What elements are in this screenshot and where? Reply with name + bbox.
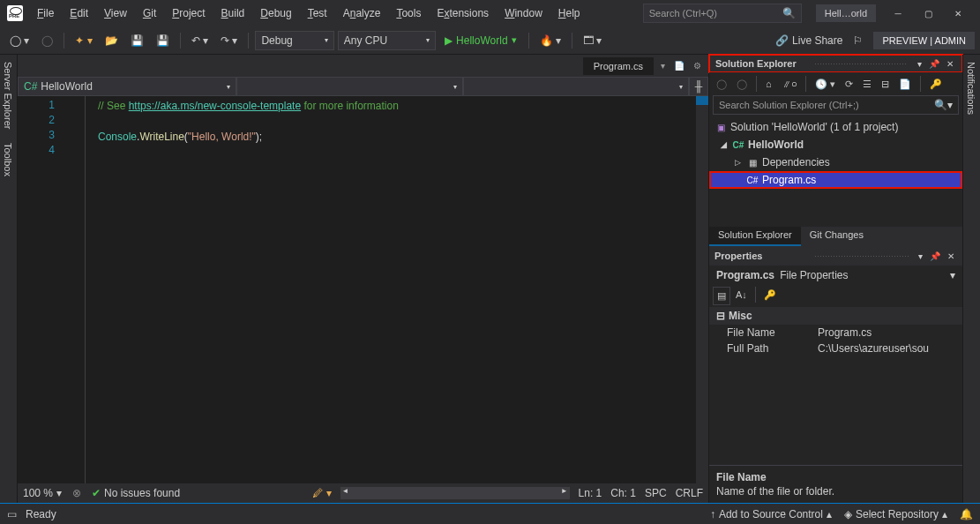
menu-tools[interactable]: Tools (389, 4, 428, 23)
maximize-button[interactable]: ▢ (913, 2, 943, 25)
property-row-fullpath[interactable]: Full PathC:\Users\azureuser\sou (709, 341, 962, 356)
menu-file[interactable]: File (30, 4, 61, 23)
property-pages-icon[interactable]: 🔑 (760, 287, 780, 305)
menu-git[interactable]: Git (136, 4, 163, 23)
se-home-icon[interactable]: ⌂ (762, 76, 775, 92)
save-all-button[interactable]: 💾 (152, 32, 174, 49)
categorize-icon[interactable]: ▤ (713, 287, 730, 305)
main-toolbar: ◯ ▾ ◯ ✦ ▾ 📂 💾 💾 ↶ ▾ ↷ ▾ Debug▾ Any CPU▾ … (0, 26, 980, 55)
config-dropdown[interactable]: Debug▾ (255, 31, 333, 50)
se-show-all-icon[interactable]: 📄 (895, 76, 915, 93)
se-collapse-icon[interactable]: ⊟ (878, 76, 893, 93)
vertical-scrollbar[interactable] (696, 96, 708, 483)
run-button[interactable]: ▶HelloWorld ▾ (439, 31, 521, 50)
menu-help[interactable]: Help (551, 4, 587, 23)
tab-preview-icon[interactable]: 📄 (670, 59, 688, 72)
menu-project[interactable]: Project (165, 4, 212, 23)
output-icon[interactable]: ▭ (7, 508, 17, 520)
hot-reload-button[interactable]: 🔥 ▾ (535, 32, 565, 49)
panel-dropdown-icon[interactable]: ▾ (915, 57, 924, 71)
file-tab-program[interactable]: Program.cs (583, 57, 654, 75)
line-ending[interactable]: CRLF (676, 487, 703, 499)
tab-dropdown-icon[interactable]: ▾ (657, 59, 669, 72)
platform-dropdown[interactable]: Any CPU▾ (338, 31, 436, 50)
menu-build[interactable]: Build (214, 4, 252, 23)
tab-git-changes[interactable]: Git Changes (801, 227, 872, 246)
toolbox-tab[interactable]: Toolbox (0, 136, 16, 183)
pin-icon[interactable]: 📌 (926, 57, 942, 71)
line-col[interactable]: Ln: 1 (579, 487, 602, 499)
select-repository-button[interactable]: ◈Select Repository ▴ (844, 508, 947, 520)
tab-solution-explorer[interactable]: Solution Explorer (709, 227, 801, 246)
menu-window[interactable]: Window (497, 4, 550, 23)
solution-explorer-header: Solution Explorer ▾ 📌 ✕ (708, 54, 963, 73)
pin-icon[interactable]: 📌 (927, 250, 943, 263)
se-properties-icon[interactable]: 🔑 (926, 76, 946, 93)
split-editor-button[interactable]: ╫ (689, 77, 708, 96)
expander-icon[interactable]: ◢ (718, 140, 729, 149)
se-filter-icon[interactable]: ☰ (859, 76, 875, 93)
add-source-control-button[interactable]: ↑Add to Source Control ▴ (710, 508, 832, 520)
statusbar: ▭ Ready ↑Add to Source Control ▴ ◈Select… (0, 503, 980, 524)
indent-mode[interactable]: SPC (645, 487, 667, 499)
redo-button[interactable]: ↷ ▾ (216, 32, 242, 49)
menu-test[interactable]: Test (301, 4, 334, 23)
notifications-tab[interactable]: Notifications (963, 55, 979, 122)
editor-column: Program.cs ▾ 📄 ⚙ C#HelloWorld▾ ▾ ▾ ╫ 123… (18, 55, 708, 503)
issues-indicator[interactable]: ✔No issues found (92, 487, 180, 499)
horizontal-scrollbar[interactable] (340, 487, 570, 499)
panel-dropdown-icon[interactable]: ▾ (916, 250, 925, 263)
tools-icon[interactable]: 🖉 ▾ (312, 487, 331, 499)
code-text[interactable]: // See https://aka.ms/new-console-templa… (67, 96, 696, 483)
se-fwd-button[interactable]: ◯ (733, 76, 751, 93)
minimize-button[interactable]: ─ (883, 2, 913, 25)
se-back-button[interactable]: ◯ (713, 76, 730, 93)
error-lens-icon[interactable]: ⊗ (72, 487, 81, 499)
property-row-filename[interactable]: File NameProgram.cs (709, 325, 962, 341)
char-col[interactable]: Ch: 1 (610, 487, 636, 499)
sort-icon[interactable]: A↓ (732, 287, 751, 305)
close-icon[interactable]: ✕ (944, 57, 956, 71)
se-switch-views-icon[interactable]: ⫽▢ (778, 76, 800, 92)
menu-extensions[interactable]: Extensions (430, 4, 496, 23)
tree-file-program[interactable]: C#Program.cs (709, 171, 962, 189)
notifications-icon[interactable]: 🔔 (960, 508, 973, 520)
status-text: Ready (26, 508, 56, 520)
panel-title: Solution Explorer (715, 58, 808, 69)
nav-project-dropdown[interactable]: C#HelloWorld▾ (18, 77, 236, 96)
se-sync-icon[interactable]: ⟳ (842, 76, 857, 93)
menu-edit[interactable]: Edit (63, 4, 95, 23)
nav-member-dropdown[interactable]: ▾ (463, 77, 690, 96)
tab-settings-icon[interactable]: ⚙ (690, 59, 705, 72)
tree-dependencies[interactable]: ▷▦Dependencies (709, 153, 962, 171)
solution-explorer-search[interactable]: Search Solution Explorer (Ctrl+;) 🔍▾ (713, 95, 959, 115)
nav-fwd-button[interactable]: ◯ (37, 32, 57, 49)
code-editor[interactable]: 1234 // See https://aka.ms/new-console-t… (18, 96, 708, 483)
expander-icon[interactable]: ▷ (732, 158, 743, 167)
feedback-icon[interactable]: ⚐ (853, 34, 863, 47)
zoom-control[interactable]: 100 % ▾ (23, 487, 62, 499)
solution-name[interactable]: Hell…orld (816, 4, 876, 22)
close-button[interactable]: ✕ (943, 2, 973, 25)
nav-type-dropdown[interactable]: ▾ (236, 77, 463, 96)
nav-back-button[interactable]: ◯ ▾ (5, 32, 34, 49)
save-button[interactable]: 💾 (126, 32, 148, 49)
menu-debug[interactable]: Debug (253, 4, 298, 23)
undo-button[interactable]: ↶ ▾ (187, 32, 213, 49)
close-icon[interactable]: ✕ (945, 250, 957, 263)
live-share-button[interactable]: 🔗Live Share (775, 34, 842, 47)
server-explorer-tab[interactable]: Server Explorer (0, 55, 16, 136)
new-project-button[interactable]: ✦ ▾ (71, 32, 96, 49)
properties-category-misc[interactable]: ⊟Misc (709, 307, 962, 325)
open-button[interactable]: 📂 (101, 32, 123, 49)
properties-item[interactable]: Program.cs File Properties▾ (709, 266, 962, 285)
preview-admin-badge[interactable]: PREVIEW | ADMIN (873, 32, 975, 49)
tree-solution[interactable]: ▣Solution 'HelloWorld' (1 of 1 project) (709, 118, 962, 136)
panel-tabs: Solution Explorer Git Changes (709, 227, 962, 246)
se-pending-icon[interactable]: 🕓 ▾ (812, 76, 839, 93)
menu-view[interactable]: View (97, 4, 134, 23)
search-input[interactable]: Search (Ctrl+Q) 🔍 (643, 4, 802, 23)
menu-analyze[interactable]: Analyze (336, 4, 388, 23)
tree-project[interactable]: ◢C#HelloWorld (709, 136, 962, 153)
browser-link-button[interactable]: 🗔 ▾ (579, 32, 606, 49)
